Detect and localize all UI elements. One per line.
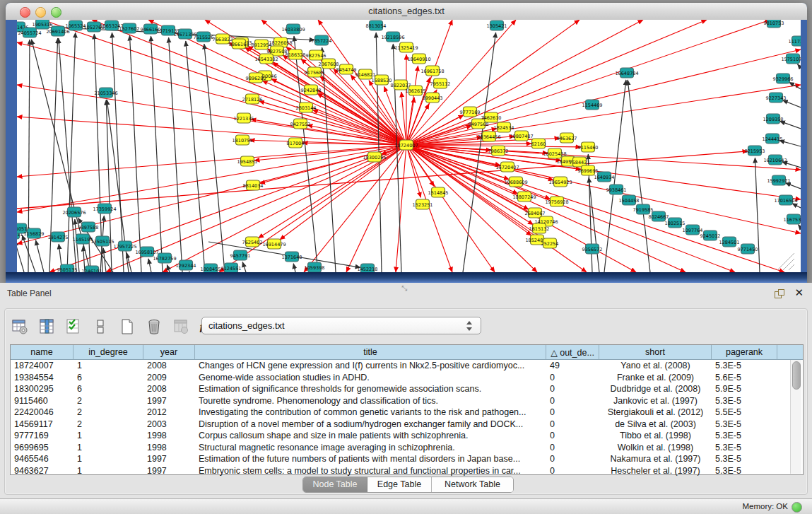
table-cell[interactable]: Jankovic et al. (1997) — [599, 396, 712, 406]
table-cell[interactable]: 9115460 — [11, 396, 73, 406]
select-all-rows-button[interactable] — [64, 317, 83, 337]
graph-node[interactable]: 15751074 — [781, 54, 801, 64]
graph-node[interactable]: 9938461 — [606, 185, 627, 194]
table-cell[interactable]: 0 — [546, 419, 599, 429]
table-row[interactable]: 2242004622012Investigating the contribut… — [11, 407, 803, 419]
graph-node[interactable]: 1292344 — [176, 260, 196, 270]
citation-network-graph[interactable]: 1872400718300295977716994975687462610182… — [17, 20, 801, 272]
graph-node[interactable]: 9457791 — [230, 250, 251, 260]
table-cell[interactable]: Estimation of significance thresholds fo… — [195, 384, 546, 394]
graph-node[interactable]: 252254 — [541, 238, 559, 248]
table-cell[interactable]: 22420046 — [11, 407, 73, 417]
graph-node[interactable]: 2803144 — [296, 103, 317, 112]
graph-node[interactable]: 1371648 — [282, 252, 302, 262]
column-header-2[interactable]: year — [143, 345, 195, 359]
graph-node[interactable]: 17359924 — [93, 204, 116, 214]
new-column-button[interactable] — [117, 317, 137, 337]
graph-node[interactable]: 1954851 — [237, 156, 258, 166]
graph-node[interactable]: 1305421 — [487, 21, 507, 30]
graph-node[interactable]: 1452218 — [358, 264, 378, 272]
table-row[interactable]: 969969511998Structural magnetic resonanc… — [11, 442, 803, 454]
graph-node[interactable]: 16648784 — [615, 68, 638, 78]
select-columns-button[interactable] — [37, 317, 57, 337]
table-cell[interactable]: 5.6E-5 — [712, 373, 777, 382]
table-cell[interactable]: 5.3E-5 — [712, 443, 777, 452]
graph-node[interactable]: 9245012 — [700, 230, 721, 240]
table-row[interactable]: 1872400712008Changes of HCN gene express… — [11, 360, 803, 372]
table-cell[interactable]: 5.3E-5 — [712, 419, 777, 429]
graph-node[interactable]: 11325419 — [394, 42, 418, 52]
import-table-button-disabled[interactable] — [171, 317, 191, 337]
graph-node[interactable]: 9242848 — [301, 85, 322, 95]
table-cell[interactable]: 1 — [73, 443, 143, 452]
graph-node[interactable]: 9505135 — [57, 264, 78, 272]
graph-node[interactable]: 9810753 — [764, 20, 784, 28]
table-row[interactable]: 911546021997Tourette syndrome. Phenomeno… — [11, 395, 803, 407]
table-cell[interactable]: Wolkin et al. (1998) — [599, 443, 712, 452]
table-cell[interactable]: 5.3E-5 — [712, 431, 777, 440]
table-cell[interactable]: 2003 — [143, 419, 195, 429]
column-header-0[interactable]: name — [11, 345, 73, 359]
table-cell[interactable]: 18300295 — [11, 384, 73, 394]
table-cell[interactable]: 1 — [73, 431, 143, 440]
tab-node-table[interactable]: Node Table — [303, 477, 367, 492]
graph-node[interactable]: 1154469 — [582, 100, 603, 110]
graph-node[interactable]: 7857224 — [312, 35, 332, 45]
column-header-3[interactable]: title — [195, 345, 546, 359]
table-cell[interactable]: 5.9E-5 — [712, 384, 777, 394]
column-header-6[interactable]: pagerank — [712, 345, 777, 359]
table-row[interactable]: 946362711997Embryonic stem cells: a mode… — [11, 465, 803, 477]
table-cell[interactable]: Embryonic stem cells: a model to study s… — [195, 466, 546, 476]
graph-node[interactable]: 9115460 — [578, 142, 599, 152]
table-cell[interactable]: Stergiakouli et al. (2012) — [599, 407, 712, 417]
table-cell[interactable]: Yano et al. (2008) — [599, 361, 712, 370]
table-selector-dropdown[interactable]: citations_edges.txt — [201, 317, 481, 334]
table-cell[interactable]: Dudbridge et al. (2008) — [599, 384, 712, 394]
table-cell[interactable]: 2 — [73, 396, 143, 406]
graph-node[interactable]: 1221335 — [234, 113, 254, 123]
graph-node[interactable]: 8186328 — [286, 49, 306, 59]
canvas-resize-grip[interactable] — [783, 259, 794, 270]
table-cell[interactable]: 2 — [73, 419, 143, 429]
table-cell[interactable]: 0 — [546, 431, 599, 440]
graph-node[interactable]: 1514845 — [428, 187, 449, 197]
graph-node[interactable]: 62160 — [531, 139, 546, 148]
graph-node[interactable]: 1167533 — [784, 214, 801, 224]
table-cell[interactable]: 5.3E-5 — [712, 466, 777, 476]
canvas-resize-grip[interactable] — [789, 264, 794, 270]
table-settings-button[interactable] — [10, 317, 30, 337]
graph-node[interactable]: 9227343 — [766, 93, 787, 103]
table-cell[interactable]: 2012 — [143, 407, 195, 417]
graph-node[interactable]: 1244415 — [763, 134, 783, 144]
table-cell[interactable]: 2009 — [143, 373, 195, 382]
table-cell[interactable]: Structural magnetic resonance image aver… — [195, 443, 546, 452]
graph-node[interactable]: 1523251 — [413, 199, 433, 209]
graph-node[interactable]: 7955112 — [430, 78, 451, 88]
graph-node[interactable]: 17016504 — [774, 195, 797, 205]
graph-node[interactable]: 19218596 — [381, 32, 404, 42]
table-row[interactable]: 1938455462009Genome-wide association stu… — [11, 372, 803, 384]
table-cell[interactable]: 5.3E-5 — [712, 361, 777, 370]
table-row[interactable]: 977716911998Corpus callosum shape and si… — [11, 430, 803, 442]
tab-network-table[interactable]: Network Table — [432, 477, 513, 492]
table-row[interactable]: 946554611997Estimation of the future num… — [11, 453, 803, 465]
table-cell[interactable]: 49 — [546, 361, 599, 370]
table-cell[interactable]: 19384554 — [11, 373, 73, 382]
table-cell[interactable]: 5.5E-5 — [712, 407, 777, 417]
table-cell[interactable]: 1998 — [143, 431, 195, 440]
table-cell[interactable]: Hescheler et al. (1997) — [599, 466, 712, 476]
table-cell[interactable]: 5.3E-5 — [712, 454, 777, 464]
panel-resize-handle-icon[interactable]: ⤡ — [401, 284, 407, 293]
table-cell[interactable]: 0 — [546, 466, 599, 476]
table-cell[interactable]: Tourette syndrome. Phenomenology and cla… — [195, 396, 546, 406]
table-cell[interactable]: 0 — [546, 396, 599, 406]
table-cell[interactable]: 14569117 — [11, 419, 73, 429]
table-cell[interactable]: 0 — [546, 454, 599, 464]
table-cell[interactable]: Disruption of a novel member of a sodium… — [195, 419, 546, 429]
graph-node[interactable]: 9771450 — [738, 244, 758, 254]
table-cell[interactable]: 2008 — [143, 384, 195, 394]
graph-node[interactable]: 19654923 — [548, 177, 572, 187]
table-cell[interactable]: Corpus callosum shape and size in male p… — [195, 431, 546, 440]
column-header-4[interactable]: △ out_de... — [546, 345, 599, 359]
close-panel-icon[interactable]: ✕ — [794, 286, 804, 299]
